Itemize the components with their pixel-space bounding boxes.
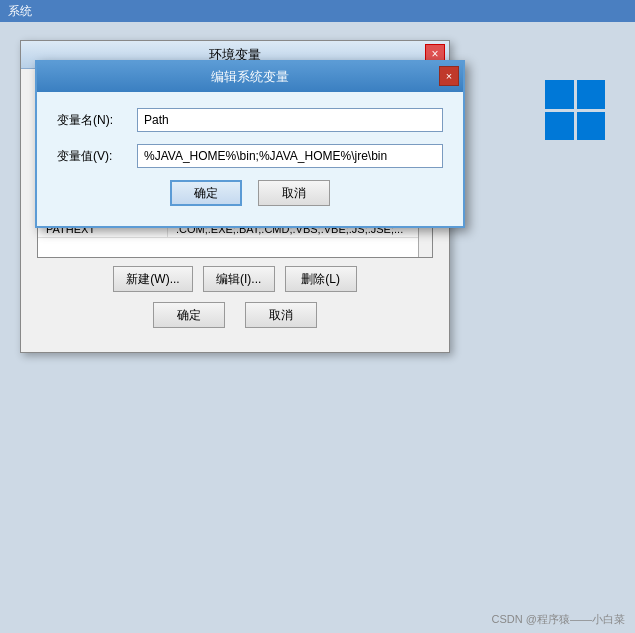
top-bar: 系统 xyxy=(0,0,635,22)
new-button[interactable]: 新建(W)... xyxy=(113,266,192,292)
windows-logo xyxy=(545,80,605,140)
delete-button[interactable]: 删除(L) xyxy=(285,266,357,292)
sys-vars-buttons: 新建(W)... 编辑(I)... 删除(L) xyxy=(37,266,433,292)
var-name-input[interactable] xyxy=(137,108,443,132)
edit-dialog-close-icon: × xyxy=(446,70,452,82)
edit-button[interactable]: 编辑(I)... xyxy=(203,266,275,292)
env-ok-button[interactable]: 确定 xyxy=(153,302,225,328)
edit-dialog-close-button[interactable]: × xyxy=(439,66,459,86)
env-cancel-button[interactable]: 取消 xyxy=(245,302,317,328)
edit-dialog-body: 变量名(N): 变量值(V): 确定 取消 xyxy=(37,92,463,226)
var-value-input[interactable] xyxy=(137,144,443,168)
watermark: CSDN @程序猿——小白菜 xyxy=(492,612,625,627)
edit-dialog-buttons: 确定 取消 xyxy=(57,180,443,206)
top-bar-title: 系统 xyxy=(8,3,32,20)
edit-dialog: 编辑系统变量 × 变量名(N): 变量值(V): 确定 取消 xyxy=(35,60,465,228)
var-value-label: 变量值(V): xyxy=(57,148,137,165)
edit-cancel-button[interactable]: 取消 xyxy=(258,180,330,206)
var-value-row: 变量值(V): xyxy=(57,144,443,168)
var-name-label: 变量名(N): xyxy=(57,112,137,129)
edit-dialog-title: 编辑系统变量 × xyxy=(37,62,463,92)
env-dialog-bottom-buttons: 确定 取消 xyxy=(37,292,433,342)
var-name-row: 变量名(N): xyxy=(57,108,443,132)
edit-ok-button[interactable]: 确定 xyxy=(170,180,242,206)
edit-dialog-title-label: 编辑系统变量 xyxy=(211,68,289,86)
env-dialog-close-icon: × xyxy=(431,47,438,61)
